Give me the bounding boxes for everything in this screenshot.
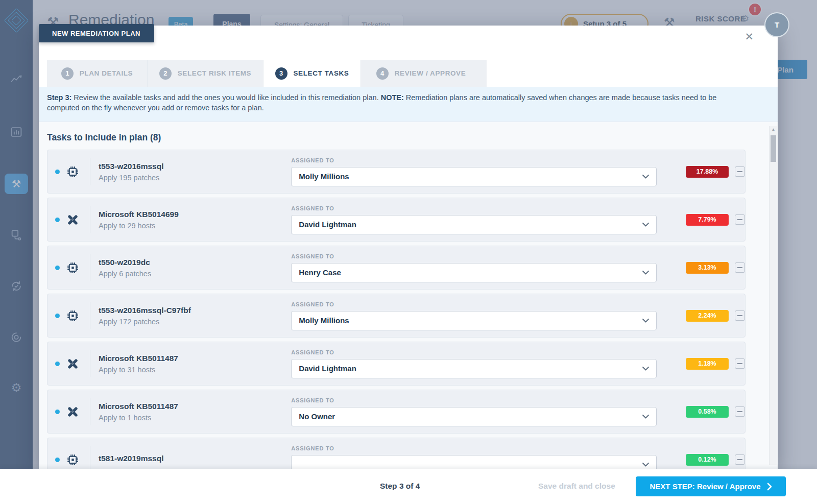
assigned-to-label: ASSIGNED TO xyxy=(291,205,657,211)
task-row: t553-w2016mssql-C97fbf Apply 172 patches… xyxy=(47,294,746,338)
assignee-select[interactable]: No Owner xyxy=(291,407,657,426)
chip-icon xyxy=(66,261,80,275)
minus-icon xyxy=(737,171,742,172)
assignee-select[interactable]: Molly Millions xyxy=(291,311,657,330)
divider xyxy=(90,302,90,329)
chip-icon xyxy=(66,453,80,467)
modal-title: NEW REMEDIATION PLAN xyxy=(39,24,154,42)
tab-plan-details[interactable]: 1 PLAN DETAILS xyxy=(47,60,148,87)
assignee-select[interactable]: Molly Millions xyxy=(291,167,657,186)
task-row: t550-w2019dc Apply 6 patches ASSIGNED TO… xyxy=(47,246,746,290)
scrollbar[interactable]: ▲ xyxy=(769,126,777,465)
status-dot-icon xyxy=(55,410,60,414)
assignee-select[interactable]: Henry Case xyxy=(291,263,657,282)
assignee-select[interactable]: David Lightman xyxy=(291,215,657,234)
chevron-down-icon xyxy=(642,319,649,323)
risk-badge: 1.18% xyxy=(686,358,729,370)
assigned-to-label: ASSIGNED TO xyxy=(291,397,657,403)
avatar[interactable]: T xyxy=(764,12,789,37)
step-label: SELECT TASKS xyxy=(294,69,349,77)
next-step-label: NEXT STEP: Review / Approve xyxy=(650,482,761,491)
minus-icon xyxy=(737,219,742,220)
step-number: 1 xyxy=(61,67,74,80)
remove-task-button[interactable] xyxy=(735,406,745,417)
next-step-button[interactable]: NEXT STEP: Review / Approve xyxy=(636,476,786,496)
status-dot-icon xyxy=(55,362,60,366)
tab-select-tasks[interactable]: 3 SELECT TASKS xyxy=(263,60,361,87)
close-icon[interactable]: ✕ xyxy=(742,29,756,44)
assignee-value: Molly Millions xyxy=(299,172,349,181)
risk-badge: 7.79% xyxy=(686,214,729,226)
assignee-select[interactable] xyxy=(291,455,657,469)
assignee-value: Henry Case xyxy=(299,268,341,277)
chevron-down-icon xyxy=(642,463,649,467)
scrollbar-thumb[interactable] xyxy=(771,135,776,162)
risk-badge: 17.88% xyxy=(686,166,729,178)
step-label: REVIEW / APPROVE xyxy=(395,69,466,77)
tab-review-approve[interactable]: 4 REVIEW / APPROVE xyxy=(361,60,481,87)
step-label: SELECT RISK ITEMS xyxy=(178,69,251,77)
modal-footer: Step 3 of 4 Save draft and close NEXT ST… xyxy=(0,469,817,504)
task-title: t553-w2016mssql-C97fbf xyxy=(99,306,291,315)
step-instructions: Step 3: Review the available tasks and a… xyxy=(39,87,778,122)
remove-task-button[interactable] xyxy=(735,214,745,225)
task-title: t581-w2019mssql xyxy=(99,454,291,463)
list-title: Tasks to Include in plan (8) xyxy=(47,132,161,143)
step-number: 2 xyxy=(159,67,172,80)
task-row: Microsoft KB5014699 Apply to 29 hosts AS… xyxy=(47,198,746,242)
task-subtitle: Apply 195 patches xyxy=(99,174,291,182)
remove-task-button[interactable] xyxy=(735,262,745,273)
divider xyxy=(90,350,90,377)
step-label-bold: Step 3: xyxy=(47,93,71,102)
scroll-up-icon[interactable]: ▲ xyxy=(770,127,777,132)
step-tabs: 1 PLAN DETAILS 2 SELECT RISK ITEMS 3 SEL… xyxy=(47,60,487,87)
task-title: Microsoft KB5011487 xyxy=(99,402,291,411)
minus-icon xyxy=(737,267,742,268)
step-number: 3 xyxy=(275,67,287,80)
divider xyxy=(90,254,90,281)
minus-icon xyxy=(737,315,742,316)
task-row: Microsoft KB5011487 Apply to 1 hosts ASS… xyxy=(47,390,746,434)
chevron-down-icon xyxy=(642,367,649,371)
chip-icon xyxy=(66,165,80,179)
assignee-value: No Owner xyxy=(299,412,335,421)
task-row: Microsoft KB5011487 Apply to 31 hosts AS… xyxy=(47,342,746,386)
chevron-right-icon xyxy=(767,483,772,491)
tab-select-risk-items[interactable]: 2 SELECT RISK ITEMS xyxy=(148,60,263,87)
assigned-to-label: ASSIGNED TO xyxy=(291,301,657,307)
task-title: Microsoft KB5011487 xyxy=(99,354,291,363)
task-row: t553-w2016mssql Apply 195 patches ASSIGN… xyxy=(47,150,746,194)
status-dot-icon xyxy=(55,218,60,222)
assignee-select[interactable]: David Lightman xyxy=(291,359,657,378)
step-number: 4 xyxy=(376,67,389,80)
task-subtitle: Apply to 29 hosts xyxy=(99,222,291,230)
risk-badge: 3.13% xyxy=(686,262,729,274)
status-dot-icon xyxy=(55,314,60,318)
task-subtitle: Apply 172 patches xyxy=(99,318,291,326)
status-dot-icon xyxy=(55,170,60,174)
new-remediation-plan-modal: ✕ 1 PLAN DETAILS 2 SELECT RISK ITEMS 3 S… xyxy=(39,26,778,469)
task-list: t553-w2016mssql Apply 195 patches ASSIGN… xyxy=(47,150,746,469)
divider xyxy=(90,446,90,469)
assigned-to-label: ASSIGNED TO xyxy=(291,253,657,259)
app-window: ⚒ ⚙ ⚒ Remediation Beta Plans Settings: G… xyxy=(0,0,817,504)
task-subtitle: Apply to 31 hosts xyxy=(99,366,291,374)
minus-icon xyxy=(737,363,742,364)
remove-task-button[interactable] xyxy=(735,358,745,369)
step-indicator: Step 3 of 4 xyxy=(380,482,420,491)
risk-badge: 2.24% xyxy=(686,310,729,322)
assigned-to-label: ASSIGNED TO xyxy=(291,445,657,451)
chip-icon xyxy=(66,309,80,323)
remove-task-button[interactable] xyxy=(735,310,745,321)
assigned-to-label: ASSIGNED TO xyxy=(291,157,657,163)
divider xyxy=(90,398,90,425)
patch-icon xyxy=(66,405,80,419)
remove-task-button[interactable] xyxy=(735,454,745,465)
task-title: Microsoft KB5014699 xyxy=(99,210,291,219)
task-title: t553-w2016mssql xyxy=(99,162,291,171)
chevron-down-icon xyxy=(642,175,649,179)
assignee-value: Molly Millions xyxy=(299,316,349,325)
task-subtitle: Apply 6 patches xyxy=(99,270,291,278)
remove-task-button[interactable] xyxy=(735,166,745,177)
save-draft-button[interactable]: Save draft and close xyxy=(538,482,615,491)
